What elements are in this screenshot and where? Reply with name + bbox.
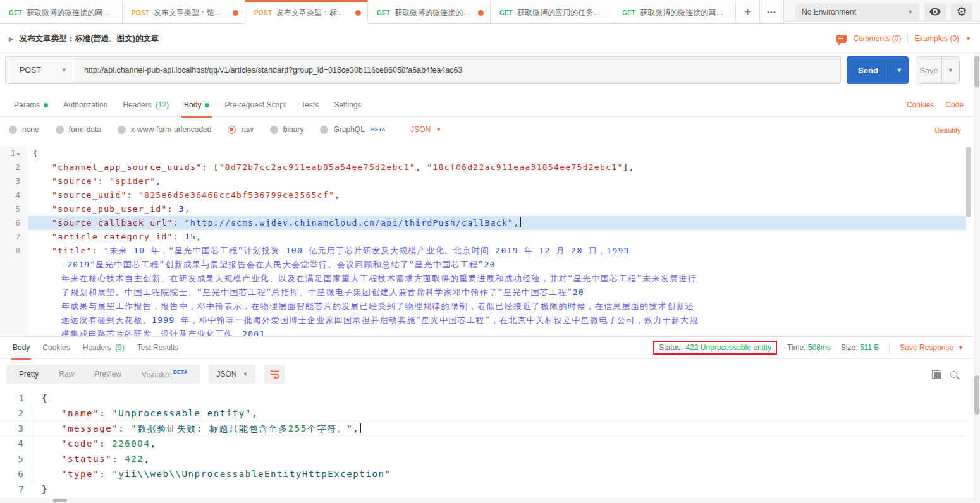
- radio-selected-icon[interactable]: [228, 126, 236, 134]
- mode-graphql[interactable]: GraphQLBETA: [320, 125, 385, 134]
- line-number: 6: [0, 216, 28, 230]
- mode-none[interactable]: none: [9, 125, 39, 134]
- code-text: "source_pub_user_id": 3,: [28, 202, 966, 216]
- wrap-text-button[interactable]: [264, 365, 285, 384]
- comments-link[interactable]: Comments (0): [853, 34, 901, 43]
- editor-scrollbar-thumb[interactable]: [966, 147, 971, 217]
- radio-icon[interactable]: [56, 126, 64, 134]
- code-line: 年成果与展望工作报告，报告中，邓中翰表示，在物理层面智能芯片的发展已经受到了物理…: [0, 300, 966, 313]
- line-number: [0, 327, 28, 336]
- environment-selector[interactable]: No Environment ▼: [795, 3, 919, 21]
- tab-pre-request-script[interactable]: Pre-request Script: [217, 94, 293, 117]
- vertical-scrollbar-thumb[interactable]: [974, 56, 979, 87]
- request-tab[interactable]: GET 获取微博的微连接的网页...: [613, 0, 736, 23]
- size-label: Size:: [841, 343, 858, 352]
- code-line: 了规划和展望。中国工程院院士、“星光中国芯工程”总指挥、中星微电子集团创建人兼首…: [0, 286, 966, 300]
- code-text: "name": "Unprocessable entity",: [34, 406, 966, 421]
- save-button[interactable]: Save: [916, 57, 941, 83]
- response-tab-test-results[interactable]: Test Results: [131, 336, 185, 359]
- request-tab[interactable]: GET 获取微博的微连接的网页应...: [368, 0, 491, 23]
- request-tab[interactable]: GET 获取微博的微连接的网页...: [0, 0, 123, 23]
- settings-button[interactable]: ⚙: [951, 3, 972, 21]
- mode-binary[interactable]: binary: [270, 125, 304, 134]
- tab-tests[interactable]: Tests: [293, 94, 326, 117]
- horizontal-scrollbar-thumb[interactable]: [53, 499, 67, 502]
- examples-dropdown[interactable]: Examples (0): [914, 34, 959, 43]
- request-title: 发布文章类型：标准(普通、图文)的文章: [20, 33, 159, 44]
- response-body-viewer[interactable]: 1{2"name": "Unprocessable entity",3"mess…: [0, 387, 966, 498]
- chevron-down-icon[interactable]: ▼: [965, 35, 971, 42]
- raw-language-selector[interactable]: JSON ▼: [410, 125, 441, 134]
- radio-icon[interactable]: [320, 126, 328, 134]
- code-text: "type": "yii\\web\\UnprocessableEntityHt…: [34, 466, 966, 482]
- chevron-down-icon: ▼: [948, 67, 953, 73]
- divider: [889, 342, 890, 353]
- eye-icon: [929, 8, 941, 16]
- environment-quicklook-button[interactable]: [924, 3, 946, 21]
- request-tab[interactable]: GET 获取微博的应用的任务列表: [491, 0, 613, 23]
- response-scrollbar-thumb[interactable]: [974, 375, 979, 415]
- tab-options-button[interactable]: •••: [760, 0, 784, 23]
- tab-label: Headers: [123, 100, 151, 109]
- code-line: 模集成电路芯片的研发、设计及产业化工作。2001: [0, 327, 966, 336]
- view-visualize[interactable]: VisualizeBETA: [132, 369, 197, 379]
- disclosure-triangle-icon[interactable]: ▶: [9, 35, 14, 42]
- mode-x-www-form-urlencoded[interactable]: x-www-form-urlencoded: [118, 125, 211, 134]
- search-icon[interactable]: [950, 371, 957, 378]
- code-line: 7"article_category_id": 15,: [0, 230, 966, 244]
- radio-icon[interactable]: [118, 126, 126, 134]
- method-label: POST: [132, 9, 149, 16]
- tab-body[interactable]: Body: [176, 94, 217, 117]
- mode-label: x-www-form-urlencoded: [131, 125, 211, 134]
- save-response-button[interactable]: Save Response ▼: [900, 343, 964, 352]
- response-format-selector[interactable]: JSON ▼: [209, 365, 255, 384]
- send-button[interactable]: Send: [847, 56, 890, 84]
- radio-icon[interactable]: [9, 126, 17, 134]
- code-text: 模集成电路芯片的研发、设计及产业化工作。2001: [28, 327, 966, 336]
- wrap-text-icon: [269, 370, 280, 379]
- code-line: -2019“星光中国芯工程”创新成果与展望报告会在人民大会堂举行。会议回顾和总结…: [0, 258, 966, 272]
- new-tab-button[interactable]: +: [736, 0, 760, 23]
- method-label: GET: [9, 9, 22, 16]
- radio-icon[interactable]: [270, 126, 278, 134]
- tab-settings[interactable]: Settings: [326, 94, 369, 117]
- code-text: 年来在核心技术自主创新、在研发成果大规模产业化、以及在满足国家重大工程技术需求方…: [28, 272, 966, 286]
- view-preview[interactable]: Preview: [84, 370, 132, 379]
- code-text: "channel_app_source_uuids": ["8d72b7cc2a…: [28, 161, 966, 174]
- mode-label: form-data: [69, 125, 101, 134]
- code-text: 了规划和展望。中国工程院院士、“星光中国芯工程”总指挥、中星微电子集团创建人兼首…: [28, 286, 966, 300]
- cookies-link[interactable]: Cookies: [907, 100, 934, 109]
- view-pretty[interactable]: Pretty: [9, 370, 49, 379]
- tab-params[interactable]: Params: [6, 94, 56, 117]
- tab-headers[interactable]: Headers(12): [115, 94, 176, 117]
- request-body-editor[interactable]: 1▼{2"channel_app_source_uuids": ["8d72b7…: [0, 143, 966, 336]
- url-input[interactable]: http://api.channel-pub-api.localhost/qq/…: [75, 57, 840, 83]
- request-tabs: Params Authorization Headers(12) Body Pr…: [0, 94, 980, 117]
- request-tab[interactable]: POST 发布文章类型：链接(链接...: [123, 0, 245, 23]
- mode-form-data[interactable]: form-data: [56, 125, 101, 134]
- code-text: "message": "数据验证失败: 标题只能包含至多255个字符。",: [34, 421, 966, 435]
- tab-authorization[interactable]: Authorization: [56, 94, 115, 117]
- tab-label: Headers: [83, 343, 111, 352]
- response-tab-cookies[interactable]: Cookies: [36, 336, 76, 359]
- fold-caret-icon[interactable]: ▼: [17, 151, 20, 157]
- view-raw[interactable]: Raw: [49, 370, 84, 379]
- tab-label: Settings: [334, 100, 361, 109]
- request-tab-active[interactable]: POST 发布文章类型：标准(普通...: [245, 0, 368, 24]
- horizontal-scrollbar-track[interactable]: [0, 498, 980, 503]
- code-line: 4"source_uuid": "825e6d5e36468cc4bf53679…: [0, 188, 966, 202]
- save-options-button[interactable]: ▼: [941, 57, 959, 83]
- response-tab-body[interactable]: Body: [6, 336, 36, 359]
- code-link[interactable]: Code: [945, 100, 964, 109]
- copy-icon[interactable]: [932, 370, 940, 379]
- send-options-button[interactable]: ▼: [890, 56, 909, 84]
- tab-title: 获取微博的应用的任务列表: [517, 8, 606, 18]
- mode-raw[interactable]: raw: [228, 125, 253, 134]
- status-value: 422 Unprocessable entity: [685, 343, 771, 352]
- line-number: 5: [0, 451, 34, 466]
- response-tab-headers[interactable]: Headers(9): [77, 336, 131, 359]
- beautify-link[interactable]: Beautify: [934, 126, 961, 134]
- vertical-scrollbar-track[interactable]: [974, 53, 980, 498]
- chevron-down-icon: ▼: [61, 67, 67, 73]
- method-selector[interactable]: POST ▼: [6, 57, 75, 83]
